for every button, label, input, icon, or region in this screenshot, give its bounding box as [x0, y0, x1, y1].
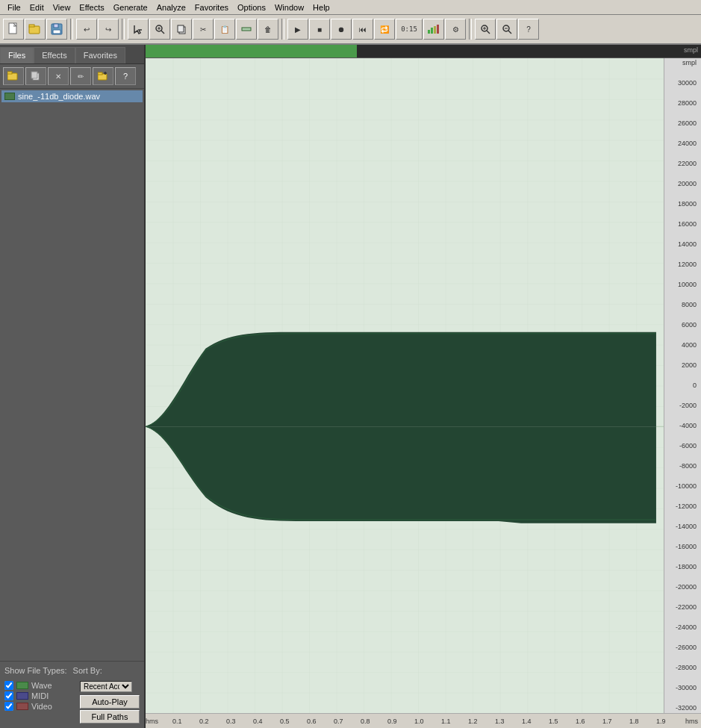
toolbar-group-edit: ↩ ↪ — [76, 19, 119, 40]
svg-rect-4 — [54, 24, 58, 28]
tab-favorites[interactable]: Favorites — [75, 47, 125, 63]
cut-button[interactable]: ✂ — [193, 19, 214, 40]
sidebar-delete-btn[interactable]: ✕ — [48, 67, 69, 85]
y-label-6000: 6000 — [666, 322, 700, 329]
separator-3 — [281, 19, 284, 40]
rewind-button[interactable]: ⏮ — [352, 19, 373, 40]
undo-button[interactable]: ↩ — [76, 19, 97, 40]
file-item-wave[interactable]: sine_-11db_diode.wav — [1, 90, 143, 102]
sort-by-label: Sort By: — [73, 666, 102, 675]
svg-line-22 — [508, 31, 511, 34]
settings-button[interactable]: ⚙ — [445, 19, 466, 40]
menu-effects[interactable]: Effects — [75, 1, 108, 13]
y-label-14000: 14000 — [666, 241, 700, 248]
svg-rect-12 — [242, 28, 251, 31]
waveform-svg — [146, 58, 664, 713]
svg-rect-27 — [31, 72, 37, 78]
menu-analyze[interactable]: Analyze — [152, 1, 190, 13]
menu-window[interactable]: Window — [270, 1, 308, 13]
auto-play-button[interactable]: Auto-Play — [80, 695, 140, 709]
menu-edit[interactable]: Edit — [25, 1, 49, 13]
toolbar-group-zoom: ? — [475, 19, 539, 40]
sidebar-help-btn[interactable]: ? — [115, 67, 136, 85]
stop-button[interactable]: ■ — [309, 19, 330, 40]
redo-button[interactable]: ↪ — [98, 19, 119, 40]
toolbar: ↩ ↪ ✂ 📋 🗑 ▶ ■ ⏺ ⏮ 🔁 0:15 ⚙ — [0, 15, 701, 45]
full-paths-button[interactable]: Full Paths — [80, 710, 140, 724]
menu-generate[interactable]: Generate — [109, 1, 152, 13]
footer-buttons: Auto-Play Full Paths — [80, 695, 140, 724]
sort-select[interactable]: Recent Acc... — [80, 681, 132, 692]
sidebar-copy-btn[interactable] — [25, 67, 46, 85]
select-button[interactable] — [128, 19, 149, 40]
sidebar-rename-btn[interactable]: ✏ — [70, 67, 91, 85]
delete-button[interactable]: 🗑 — [258, 19, 278, 40]
tab-effects[interactable]: Effects — [34, 47, 75, 63]
x-label-09: 0.9 — [387, 718, 397, 725]
zoom-button[interactable] — [149, 19, 170, 40]
midi-checkbox-row: MIDI — [4, 691, 52, 700]
y-label-n16000: -16000 — [666, 544, 700, 550]
zoom-in-button[interactable] — [475, 19, 496, 40]
y-label-12000: 12000 — [666, 261, 700, 268]
record-button[interactable]: ⏺ — [331, 19, 352, 40]
x-label-12: 1.2 — [468, 718, 478, 725]
y-label-0: 0 — [666, 382, 700, 389]
separator-4 — [469, 19, 472, 40]
y-label-24000: 24000 — [666, 140, 700, 147]
y-label-n32000: -32000 — [666, 705, 700, 712]
video-checkbox-row: Video — [4, 702, 52, 711]
midi-checkbox[interactable] — [4, 691, 13, 700]
menu-view[interactable]: View — [49, 1, 75, 13]
file-name: sine_-11db_diode.wav — [18, 92, 100, 101]
menu-options[interactable]: Options — [233, 1, 270, 13]
x-label-03: 0.3 — [226, 718, 236, 725]
svg-rect-11 — [178, 25, 184, 32]
sidebar-newfolder-btn[interactable] — [93, 67, 113, 85]
menu-file[interactable]: File — [3, 1, 25, 13]
video-label: Video — [31, 702, 52, 711]
x-label-19: 1.9 — [656, 718, 666, 725]
open-button[interactable] — [25, 19, 46, 40]
copy-button[interactable] — [171, 19, 192, 40]
svg-rect-16 — [437, 25, 439, 34]
y-axis: smpl 30000 28000 26000 24000 22000 20000… — [664, 58, 701, 713]
waveform-area: smpl — [146, 45, 701, 728]
svg-rect-2 — [29, 25, 34, 27]
y-label-n10000: -10000 — [666, 483, 700, 490]
video-checkbox[interactable] — [4, 702, 13, 711]
play-button[interactable]: ▶ — [287, 19, 308, 40]
y-label-n24000: -24000 — [666, 624, 700, 631]
y-label-2000: 2000 — [666, 362, 700, 369]
x-label-11: 1.1 — [441, 718, 451, 725]
sidebar-open-btn[interactable] — [3, 67, 24, 85]
zoom-out-button[interactable] — [496, 19, 517, 40]
y-label-n4000: -4000 — [666, 423, 700, 429]
svg-rect-15 — [434, 26, 436, 34]
timeline-bar[interactable]: smpl — [146, 45, 701, 58]
x-label-17: 1.7 — [602, 718, 612, 725]
save-button[interactable] — [46, 19, 67, 40]
wave-checkbox[interactable] — [4, 681, 13, 690]
wave-label: Wave — [31, 681, 52, 690]
menu-favorites[interactable]: Favorites — [190, 1, 233, 13]
loop-button[interactable]: 🔁 — [374, 19, 395, 40]
x-label-14: 1.4 — [522, 718, 532, 725]
tab-files[interactable]: Files — [0, 47, 34, 63]
meter-button[interactable] — [423, 19, 444, 40]
svg-rect-25 — [7, 72, 12, 74]
y-label-n28000: -28000 — [666, 665, 700, 671]
x-label-05: 0.5 — [280, 718, 290, 725]
x-label-18: 1.8 — [629, 718, 639, 725]
separator-1 — [70, 19, 73, 40]
svg-rect-13 — [428, 30, 430, 34]
x-label-hms-end: hms — [685, 718, 698, 725]
trim-button[interactable] — [236, 19, 257, 40]
main-layout: Files Effects Favorites ✕ ✏ ? sine_-11db… — [0, 45, 701, 728]
toolbar-group-playback: ▶ ■ ⏺ ⏮ 🔁 0:15 ⚙ — [287, 19, 466, 40]
paste-button[interactable]: 📋 — [214, 19, 235, 40]
new-button[interactable] — [3, 19, 24, 40]
waveform-canvas[interactable] — [146, 58, 664, 713]
help-button[interactable]: ? — [518, 19, 539, 40]
menu-help[interactable]: Help — [308, 1, 334, 13]
